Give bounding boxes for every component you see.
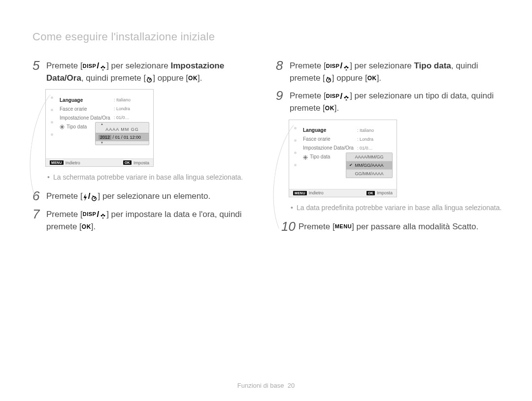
svg-point-0 [102,65,104,67]
popup-header: AAAA MM GG [96,126,149,133]
ok-icon: OK [188,74,198,83]
macro-flower-icon [100,63,106,70]
step-8: 8 Premete [DISP/] per selezionare Tipo d… [276,59,504,84]
menu-row-impostazione: Impostazione Data/Ora: 01/0… [60,113,149,122]
disp-icon: DISP [326,62,340,70]
svg-line-34 [306,158,307,159]
flash-icon [83,193,88,200]
svg-point-1 [101,66,102,68]
option-aaaa-mm-gg: AAAA/MM/GG [346,153,392,161]
set-label: Imposta [377,190,393,195]
svg-point-27 [346,97,347,98]
menu-key-icon: MENU [293,191,307,195]
step-number: 5 [33,59,46,72]
back-label: Indietro [66,160,80,165]
back-label: Indietro [309,190,324,195]
screenshot-date-type: Language: Italiano Fasce orarie: Londra … [289,120,397,197]
step-5: 5 Premete [DISP/] per selezionare Impost… [33,59,261,84]
step-text: Premete [DISP/] per impostare la data e … [46,208,261,233]
step-text: Premete [DISP/] per selezionare Impostaz… [46,59,261,84]
macro-flower-icon [343,93,350,100]
self-timer-icon [325,75,332,82]
svg-line-36 [306,155,307,156]
svg-line-11 [63,128,64,128]
step-number: 9 [276,89,290,102]
option-mm-gg-aaaa: MM/GG/AAAA [346,161,392,170]
svg-point-21 [347,66,348,68]
svg-line-13 [63,125,64,126]
caret-down-icon: ▼ [100,141,103,144]
ok-key-icon: OK [366,191,375,195]
svg-point-16 [101,215,102,216]
menu-row-impostazione: Impostazione Data/Ora: 01/0… [303,144,393,153]
slash-icon: / [96,209,100,221]
date-input-popup: ▲ AAAA MM GG 2012 / 01 / 01 12:00 ▼ [95,122,149,145]
slash-icon: / [88,190,91,203]
menu-row-language: Language: Italiano [303,126,393,135]
disp-icon: DISP [83,211,97,218]
ok-icon: OK [325,104,334,113]
step-9: 9 Premete [DISP/] per selezionare un tip… [276,89,504,114]
menu-key-icon: MENU [50,160,64,165]
page-title: Come eseguire l'installazione iniziale [33,31,504,43]
caret-up-icon: ▲ [100,123,103,125]
svg-point-19 [346,65,347,67]
self-timer-icon [146,75,153,82]
svg-line-10 [61,125,61,126]
gear-icon [60,124,65,129]
ok-icon: OK [82,223,91,231]
svg-point-20 [344,66,346,68]
svg-point-22 [346,67,347,68]
set-label: Imposta [133,160,149,165]
svg-point-24 [346,96,347,97]
svg-point-5 [62,126,63,128]
svg-line-12 [61,128,61,128]
menu-icon: MENU [335,223,352,231]
svg-point-25 [344,97,346,98]
svg-line-35 [304,158,304,159]
bold-text: Tipo data [414,61,451,70]
slash-icon: / [339,60,343,72]
svg-point-28 [305,156,306,158]
svg-point-2 [103,66,105,68]
macro-flower-icon [343,63,350,70]
slash-icon: / [339,91,343,103]
self-timer-icon [91,193,98,200]
option-gg-mm-aaaa: GG/MM/AAAA [346,170,392,178]
svg-point-3 [102,67,103,68]
step-7: 7 Premete [DISP/] per impostare la data … [33,208,261,233]
popup-value: 2012 / 01 / 01 12:00 [96,133,149,141]
macro-flower-icon [100,211,106,218]
svg-line-33 [304,155,304,156]
ok-key-icon: OK [123,160,132,165]
disp-icon: DISP [83,62,97,70]
step-number: 8 [276,59,290,72]
svg-point-26 [347,97,348,98]
date-type-popup: AAAA/MM/GG MM/GG/AAAA GG/MM/AAAA [346,153,393,178]
menu-row-language: Language: Italiano [60,95,149,104]
slash-icon: / [96,60,100,72]
disp-icon: DISP [326,93,340,100]
svg-point-15 [102,214,104,216]
menu-row-fasce: Fasce orarie: Londra [303,135,393,144]
step-text: Premete [DISP/] per selezionare Tipo dat… [290,59,504,84]
ok-icon: OK [367,74,377,83]
step-text: Premete [MENU] per passare alla modalità… [299,220,478,233]
svg-point-17 [103,215,105,216]
menu-row-fasce: Fasce orarie: Londra [60,104,149,113]
screenshot-date-time: Language: Italiano Fasce orarie: Londra … [45,89,154,167]
page-footer: Funzioni di base 20 [0,382,532,389]
step-text: Premete [DISP/] per selezionare un tipo … [290,89,504,114]
svg-point-18 [102,216,103,216]
gear-icon [303,154,308,159]
